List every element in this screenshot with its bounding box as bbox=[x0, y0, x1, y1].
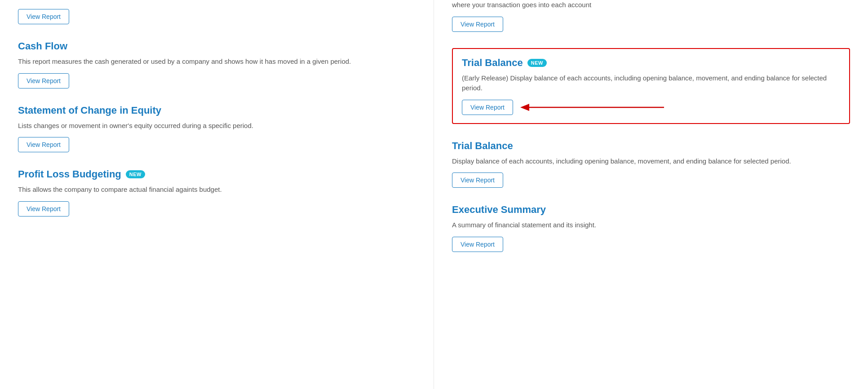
trial-balance-title: Trial Balance bbox=[452, 140, 850, 152]
profit-loss-title: Profit Loss Budgeting NEW bbox=[18, 168, 416, 180]
profit-loss-new-badge: NEW bbox=[126, 170, 145, 178]
statement-equity-title: Statement of Change in Equity bbox=[18, 105, 416, 116]
cash-flow-section: Cash Flow This report measures the cash … bbox=[18, 40, 416, 88]
highlighted-trial-balance-section: Trial Balance NEW (Early Release) Displa… bbox=[452, 48, 850, 124]
cash-flow-title: Cash Flow bbox=[18, 40, 416, 52]
cash-flow-title-text: Cash Flow bbox=[18, 40, 67, 52]
right-column: where your transaction goes into each ac… bbox=[434, 0, 868, 389]
cash-flow-view-report-button[interactable]: View Report bbox=[18, 73, 69, 88]
statement-equity-section: Statement of Change in Equity Lists chan… bbox=[18, 105, 416, 153]
profit-loss-view-report-button[interactable]: View Report bbox=[18, 201, 69, 217]
top-view-report-button[interactable]: View Report bbox=[18, 9, 69, 24]
trial-balance-section: Trial Balance Display balance of each ac… bbox=[452, 140, 850, 188]
executive-summary-section: Executive Summary A summary of financial… bbox=[452, 204, 850, 252]
statement-equity-view-report-button[interactable]: View Report bbox=[18, 137, 69, 152]
trial-balance-view-report-button[interactable]: View Report bbox=[452, 172, 503, 188]
highlighted-trial-balance-title: Trial Balance NEW bbox=[462, 57, 840, 69]
trial-balance-title-text: Trial Balance bbox=[452, 140, 513, 152]
right-top-desc: where your transaction goes into each ac… bbox=[452, 0, 850, 10]
top-report-section: View Report bbox=[18, 9, 416, 24]
arrow-row: View Report bbox=[462, 100, 840, 115]
profit-loss-desc: This allows the company to compare actua… bbox=[18, 185, 416, 195]
executive-summary-desc: A summary of financial statement and its… bbox=[452, 220, 850, 230]
cash-flow-desc: This report measures the cash generated … bbox=[18, 57, 416, 67]
red-arrow bbox=[520, 102, 664, 112]
profit-loss-title-text: Profit Loss Budgeting bbox=[18, 168, 121, 180]
highlighted-trial-balance-desc: (Early Release) Display balance of each … bbox=[462, 73, 840, 93]
svg-marker-1 bbox=[520, 104, 529, 111]
highlighted-trial-balance-title-text: Trial Balance bbox=[462, 57, 523, 69]
profit-loss-section: Profit Loss Budgeting NEW This allows th… bbox=[18, 168, 416, 217]
left-column: View Report Cash Flow This report measur… bbox=[0, 0, 434, 389]
highlighted-trial-balance-new-badge: NEW bbox=[527, 59, 547, 67]
executive-summary-view-report-button[interactable]: View Report bbox=[452, 237, 503, 252]
executive-summary-title: Executive Summary bbox=[452, 204, 850, 216]
trial-balance-desc: Display balance of each accounts, includ… bbox=[452, 156, 850, 167]
statement-equity-title-text: Statement of Change in Equity bbox=[18, 105, 161, 116]
right-top-view-report-button[interactable]: View Report bbox=[452, 17, 503, 32]
statement-equity-desc: Lists changes or movement in owner's equ… bbox=[18, 121, 416, 131]
executive-summary-title-text: Executive Summary bbox=[452, 204, 546, 216]
right-top-section: where your transaction goes into each ac… bbox=[452, 0, 850, 32]
highlighted-trial-balance-view-report-button[interactable]: View Report bbox=[462, 100, 513, 115]
page: View Report Cash Flow This report measur… bbox=[0, 0, 868, 389]
